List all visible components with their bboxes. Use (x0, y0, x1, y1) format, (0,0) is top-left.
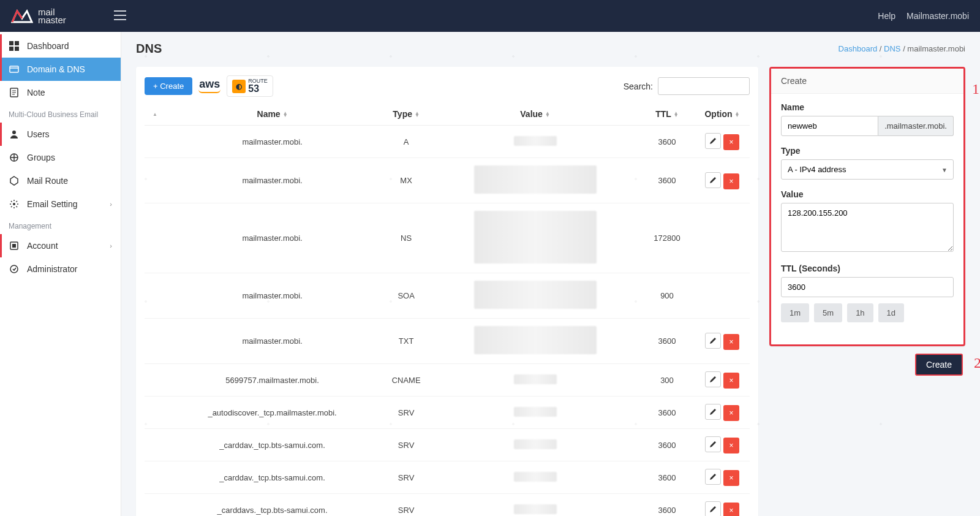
crumb-dashboard[interactable]: Dashboard (839, 44, 878, 53)
route53-icon: ◐ (232, 80, 246, 93)
record-name: mailmaster.mobi. (163, 203, 382, 273)
record-name: 5699757.mailmaster.mobi. (163, 364, 382, 396)
table-row: mailmaster.mobi.NS172800 (145, 203, 750, 273)
ttl-preset-5m[interactable]: 5m (814, 303, 842, 322)
delete-button[interactable]: × (723, 373, 739, 389)
ttl-preset-1h[interactable]: 1h (847, 303, 873, 322)
table-row: mailmaster.mobi.MX3600× (145, 158, 750, 203)
record-type: SRV (382, 429, 431, 461)
svg-rect-0 (9, 41, 13, 45)
groups-icon (9, 152, 20, 163)
sidebar-item-note[interactable]: Note (0, 81, 121, 104)
delete-button[interactable]: × (723, 470, 739, 486)
svg-point-8 (13, 203, 15, 205)
edit-button[interactable] (705, 371, 721, 387)
col-ttl[interactable]: TTL▲▼ (639, 103, 695, 126)
ttl-preset-1m[interactable]: 1m (781, 303, 809, 322)
submit-create-button[interactable]: Create (915, 354, 963, 376)
delete-button[interactable]: × (723, 438, 739, 453)
sidebar-item-users[interactable]: Users (0, 123, 121, 146)
record-type: SRV (382, 396, 431, 429)
create-record-button[interactable]: + Create (145, 77, 192, 95)
sidebar-item-groups[interactable]: Groups (0, 146, 121, 169)
record-value-redacted (514, 504, 557, 514)
sidebar-item-administrator[interactable]: Administrator (0, 257, 121, 281)
record-value-redacted (514, 407, 557, 417)
domain-icon (9, 64, 20, 75)
edit-button[interactable] (705, 404, 721, 420)
aws-logo: aws (198, 79, 221, 93)
edit-button[interactable] (705, 469, 721, 485)
record-value-redacted (514, 374, 557, 384)
table-row: _autodiscover._tcp.mailmaster.mobi.SRV36… (145, 396, 750, 429)
sidebar-item-domain-dns[interactable]: Domain & DNS (0, 58, 121, 81)
record-ttl: 3600 (639, 396, 695, 429)
col-type[interactable]: Type▲▼ (382, 103, 431, 126)
delete-button[interactable]: × (723, 334, 739, 350)
table-row: mailmaster.mobi.A3600× (145, 126, 750, 158)
sidebar-item-email-setting[interactable]: Email Setting› (0, 192, 121, 216)
record-type: SOA (382, 273, 431, 319)
record-value-redacted (514, 472, 557, 482)
type-select[interactable]: A - IPv4 address (781, 159, 954, 180)
form-header: Create (771, 69, 963, 94)
main-content: DNS Dashboard / DNS / mailmaster.mobi + … (121, 32, 980, 516)
sidebar-item-account[interactable]: Account› (0, 234, 121, 257)
col-name[interactable]: Name▲▼ (163, 103, 382, 126)
col-sort[interactable]: ▲ (145, 103, 163, 126)
record-name: _carddav._tcp.bts-samui.com. (163, 461, 382, 494)
dashboard-icon (9, 40, 20, 51)
svg-point-11 (10, 265, 18, 273)
record-ttl: 3600 (639, 461, 695, 494)
annotation-1: 1 (972, 81, 979, 97)
record-ttl: 3600 (639, 494, 695, 517)
sidebar-item-label: Dashboard (27, 41, 69, 51)
sidebar-item-label: Domain & DNS (27, 64, 85, 74)
sidebar-item-dashboard[interactable]: Dashboard (0, 34, 121, 58)
record-ttl: 900 (639, 273, 695, 319)
value-textarea[interactable]: 128.200.155.200 (781, 203, 954, 252)
delete-button[interactable]: × (723, 503, 739, 516)
name-input[interactable] (781, 116, 878, 136)
chevron-right-icon: › (110, 200, 112, 208)
ttl-input[interactable] (781, 277, 954, 297)
users-icon (9, 129, 20, 140)
ttl-preset-1d[interactable]: 1d (878, 303, 904, 322)
record-ttl: 172800 (639, 203, 695, 273)
record-type: TXT (382, 319, 431, 364)
sidebar-item-mail-route[interactable]: Mail Route (0, 169, 121, 192)
delete-button[interactable]: × (723, 405, 739, 421)
admin-icon (9, 264, 20, 275)
ttl-label: TTL (Seconds) (781, 264, 954, 273)
edit-button[interactable] (705, 501, 721, 516)
account-link[interactable]: Mailmaster.mobi (907, 11, 969, 21)
top-nav: mail master Help Mailmaster.mobi (0, 0, 980, 32)
edit-button[interactable] (705, 172, 721, 188)
edit-button[interactable] (705, 133, 721, 149)
logo-text: mail master (38, 7, 66, 25)
settings-icon (9, 199, 20, 210)
sidebar-item-label: Administrator (27, 264, 77, 274)
chevron-right-icon: › (110, 242, 112, 249)
col-option[interactable]: Option▲▼ (695, 103, 750, 126)
record-name: mailmaster.mobi. (163, 273, 382, 319)
delete-button[interactable]: × (723, 173, 739, 189)
edit-button[interactable] (705, 436, 721, 452)
record-ttl: 3600 (639, 158, 695, 203)
record-type: NS (382, 203, 431, 273)
help-link[interactable]: Help (878, 11, 895, 21)
delete-button[interactable]: × (723, 134, 739, 150)
annotation-2: 2 (974, 355, 980, 371)
table-row: _carddav._tcp.bts-samui.com.SRV3600× (145, 429, 750, 461)
search-input[interactable] (658, 77, 750, 95)
col-value[interactable]: Value▲▼ (431, 103, 639, 126)
crumb-dns[interactable]: DNS (884, 44, 900, 53)
svg-point-6 (12, 131, 16, 134)
note-icon (9, 87, 20, 98)
edit-button[interactable] (705, 333, 721, 349)
brand-logo[interactable]: mail master (11, 7, 66, 25)
record-ttl: 3600 (639, 126, 695, 158)
record-name: _carddavs._tcp.bts-samui.com. (163, 494, 382, 517)
menu-toggle-icon[interactable] (114, 10, 126, 22)
type-label: Type (781, 146, 954, 156)
